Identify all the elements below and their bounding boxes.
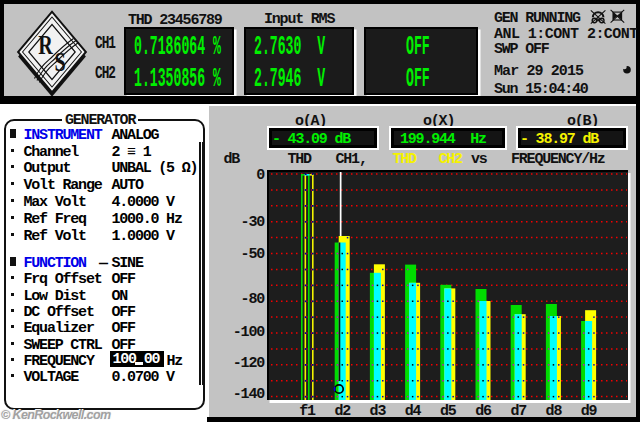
svg-text:S: S bbox=[54, 45, 65, 76]
svg-text:R: R bbox=[38, 28, 53, 59]
